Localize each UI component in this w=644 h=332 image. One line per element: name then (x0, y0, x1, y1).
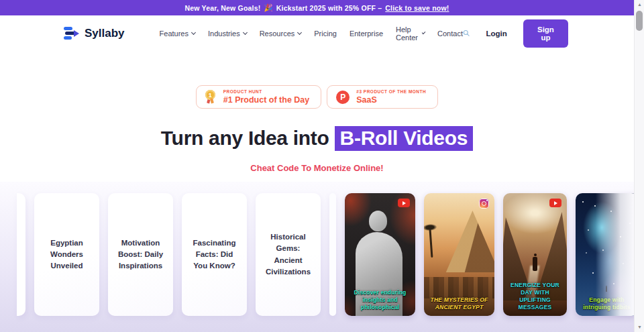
medal-icon: 1 (205, 90, 217, 104)
chevron-down-icon (421, 30, 425, 34)
badge-title: #1 Product of the Day (223, 95, 310, 105)
badge-product-of-the-day[interactable]: 1 PRODUCT HUNT #1 Product of the Day (196, 85, 322, 109)
badge-kicker: #3 PRODUCT OF THE MONTH (356, 89, 426, 94)
idea-card-title: Egyptian Wonders Unveiled (41, 237, 93, 272)
statue-illustration (369, 211, 387, 231)
nav-label: Pricing (314, 30, 337, 38)
logo-text: Syllaby (85, 27, 125, 40)
idea-card[interactable]: Egyptian Wonders Unveiled (34, 193, 99, 316)
header-right: Login Sign up (463, 19, 568, 48)
nav-item-industries[interactable]: Industries (208, 30, 247, 38)
partial-card (329, 193, 336, 316)
scrollbar-up-arrow[interactable]: ▲ (635, 0, 644, 9)
promo-banner: New Year, New Goals! 🎉 Kickstart 2025 wi… (0, 0, 634, 15)
examples-carousel: Egyptian Wonders Unveiled Motivation Boo… (0, 182, 634, 332)
video-card-space-nebula[interactable]: Engage with intriguing tidbits (576, 193, 634, 316)
page: New Year, New Goals! 🎉 Kickstart 2025 wi… (0, 0, 634, 332)
video-card-egypt-pyramid[interactable]: THE MYSTERIES OF ANCIENT EGYPT (424, 193, 494, 316)
nav-item-contact[interactable]: Contact (437, 30, 463, 38)
hero-subtitle: Cheat Code To Monetize Online! (0, 163, 634, 173)
login-button[interactable]: Login (486, 30, 506, 38)
stars-illustration (582, 201, 584, 203)
idea-card[interactable]: Fascinating Facts: Did You Know? (182, 193, 247, 316)
scrollbar[interactable]: ▲ ▼ (634, 0, 644, 332)
promo-text-mid: Kickstart 2025 with 25% OFF – (276, 4, 382, 12)
carousel-track: Egyptian Wonders Unveiled Motivation Boo… (17, 193, 634, 316)
palm-tree-illustration (429, 229, 433, 258)
idea-card[interactable]: Motivation Boost: Daily Inspirations (108, 193, 173, 316)
stargazer-illustration (606, 287, 607, 292)
nav-label: Enterprise (350, 30, 383, 38)
chevron-down-icon (297, 30, 302, 34)
nav-label: Features (160, 30, 189, 38)
signup-button[interactable]: Sign up (523, 19, 568, 48)
nav-label: Help Center (396, 25, 419, 42)
medal-number: 1 (205, 90, 215, 100)
idea-card-title: Motivation Boost: Daily Inspirations (115, 237, 166, 272)
partial-card (17, 193, 25, 316)
promo-save-link[interactable]: Click to save now! (385, 4, 449, 12)
promo-text-start: New Year, New Goals! (184, 4, 260, 12)
syllaby-logo-icon (64, 26, 79, 41)
syllaby-logo[interactable]: Syllaby (64, 26, 125, 41)
headline-prefix: Turn any Idea into (161, 127, 329, 149)
product-hunt-badges: 1 PRODUCT HUNT #1 Product of the Day P #… (0, 85, 634, 109)
nav-item-resources[interactable]: Resources (260, 30, 302, 38)
youtube-icon (549, 199, 561, 207)
nav-label: Contact (437, 30, 463, 38)
main-nav: Features Industries Resources Pricing En… (160, 25, 463, 42)
site-header: Syllaby Features Industries Resources Pr… (0, 15, 634, 51)
badge-kicker: PRODUCT HUNT (223, 89, 310, 94)
product-hunt-icon: P (336, 91, 350, 104)
idea-card-title: Fascinating Facts: Did You Know? (189, 237, 240, 272)
video-caption: Engage with intriguing tidbits (576, 296, 634, 311)
pyramid-illustration (440, 211, 494, 272)
instagram-icon (479, 199, 489, 209)
idea-card[interactable]: Historical Gems: Ancient Civilizations (256, 193, 321, 316)
scrollbar-down-arrow[interactable]: ▼ (635, 323, 644, 332)
nav-item-pricing[interactable]: Pricing (314, 30, 337, 38)
page-title: Turn any Idea into B-Roll Videos (0, 127, 634, 150)
badge-title: SaaS (356, 95, 426, 105)
youtube-icon (398, 199, 410, 207)
scrollbar-thumb[interactable] (636, 11, 643, 31)
party-popper-icon: 🎉 (264, 3, 272, 12)
badge-product-of-the-month[interactable]: P #3 PRODUCT OF THE MONTH SaaS (327, 85, 438, 109)
nav-label: Resources (260, 30, 295, 38)
headline-highlight: B-Roll Videos (335, 126, 474, 151)
search-icon[interactable] (463, 28, 470, 38)
hiker-illustration (533, 257, 537, 271)
video-caption: Discover enduring insights and philosoph… (345, 289, 415, 311)
video-caption: ENERGIZE YOUR DAY WITH UPLIFTING MESSAGE… (503, 282, 567, 311)
chevron-down-icon (243, 30, 248, 34)
video-card-mountain-hiker[interactable]: ENERGIZE YOUR DAY WITH UPLIFTING MESSAGE… (503, 193, 567, 316)
nav-item-features[interactable]: Features (160, 30, 195, 38)
hero-section: 1 PRODUCT HUNT #1 Product of the Day P #… (0, 85, 634, 173)
nav-item-enterprise[interactable]: Enterprise (350, 30, 383, 38)
video-card-stoic-statue[interactable]: Discover enduring insights and philosoph… (345, 193, 415, 316)
idea-card-title: Historical Gems: Ancient Civilizations (262, 231, 314, 278)
chevron-down-icon (191, 30, 196, 34)
nav-item-help-center[interactable]: Help Center (396, 25, 425, 42)
video-caption: THE MYSTERIES OF ANCIENT EGYPT (424, 296, 494, 311)
nav-label: Industries (208, 30, 240, 38)
